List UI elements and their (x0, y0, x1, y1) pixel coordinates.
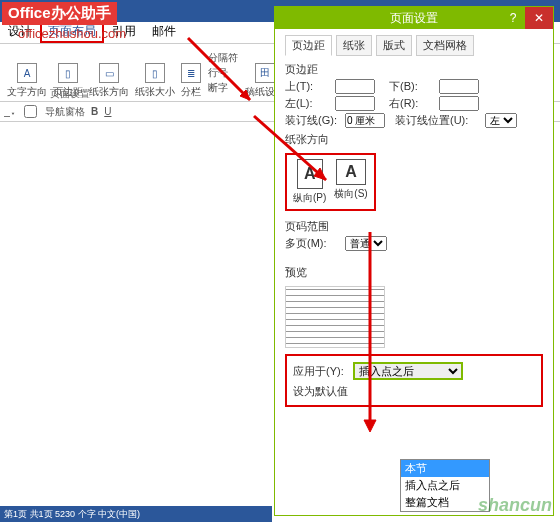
hyphenation-button[interactable]: 断字 (208, 81, 238, 95)
apply-option-whole-doc[interactable]: 整篇文档 (401, 494, 489, 511)
margins-icon: ▯ (58, 63, 78, 83)
columns-icon: ≣ (181, 63, 201, 83)
site-url: officezhushou.com (18, 26, 126, 41)
preview-label: 预览 (285, 265, 543, 280)
set-default-button[interactable]: 设为默认值 (293, 384, 348, 399)
dialog-titlebar: 页面设置 ? ✕ (275, 7, 553, 29)
dlg-tab-grid[interactable]: 文档网格 (416, 35, 474, 56)
dlg-tab-paper[interactable]: 纸张 (336, 35, 372, 56)
bottom-input[interactable] (439, 79, 479, 94)
landscape-icon: A (336, 159, 366, 185)
size-button[interactable]: ▯纸张大小 (132, 46, 178, 99)
nav-pane-label: 导航窗格 (45, 105, 85, 119)
watermark-text: shancun (478, 495, 552, 516)
dlg-tab-layout[interactable]: 版式 (376, 35, 412, 56)
right-input[interactable] (439, 96, 479, 111)
apply-option-this-section[interactable]: 本节 (401, 460, 489, 477)
dialog-title-text: 页面设置 (390, 10, 438, 27)
orientation-button[interactable]: ▭纸张方向 (86, 46, 132, 99)
apply-to-label: 应用于(Y): (293, 364, 349, 379)
gutter-label: 装订线(G): (285, 113, 341, 128)
dialog-help-button[interactable]: ? (503, 7, 523, 29)
text-direction-icon: A (17, 63, 37, 83)
gutter-pos-select[interactable]: 左 (485, 113, 517, 128)
word-status-bar: 第1页 共1页 5230 个字 中文(中国) (0, 506, 272, 522)
orientation-icon: ▭ (99, 63, 119, 83)
apply-to-select[interactable]: 插入点之后 (353, 362, 463, 380)
orientation-section-label: 纸张方向 (285, 132, 543, 147)
qat-dropdown-icon[interactable]: ⎯▾ (4, 106, 16, 117)
multipage-label: 多页(M): (285, 236, 341, 251)
portrait-icon: A (297, 159, 323, 189)
orientation-group: A纵向(P) A横向(S) (285, 153, 376, 211)
right-label: 右(R): (389, 96, 435, 111)
breaks-button[interactable]: 分隔符 (208, 51, 238, 65)
bold-button[interactable]: B (91, 106, 98, 117)
dialog-close-button[interactable]: ✕ (525, 7, 553, 29)
page-setup-dialog: 页面设置 ? ✕ 页边距 纸张 版式 文档网格 页边距 上(T):下(B): 左… (274, 6, 554, 516)
bottom-label: 下(B): (389, 79, 435, 94)
tab-mailings[interactable]: 邮件 (144, 20, 184, 43)
dlg-tab-margins[interactable]: 页边距 (285, 35, 332, 56)
margins-section-label: 页边距 (285, 62, 543, 77)
manuscript-icon: 田 (255, 63, 275, 83)
underline-button[interactable]: U (104, 106, 111, 117)
apply-to-area: 应用于(Y): 插入点之后 设为默认值 (285, 354, 543, 407)
page-range-label: 页码范围 (285, 219, 543, 234)
left-label: 左(L): (285, 96, 331, 111)
size-icon: ▯ (145, 63, 165, 83)
dialog-tabs: 页边距 纸张 版式 文档网格 (285, 35, 543, 56)
left-input[interactable] (335, 96, 375, 111)
preview-pane (285, 286, 385, 348)
top-label: 上(T): (285, 79, 331, 94)
gutter-pos-label: 装订线位置(U): (395, 113, 481, 128)
gutter-input[interactable] (345, 113, 385, 128)
portrait-option[interactable]: A纵向(P) (293, 159, 326, 205)
columns-button[interactable]: ≣分栏 (178, 46, 204, 99)
line-numbers-button[interactable]: 行号 (208, 66, 238, 80)
nav-pane-checkbox[interactable] (24, 105, 37, 118)
text-direction-button[interactable]: A文字方向 (4, 46, 50, 99)
landscape-option[interactable]: A横向(S) (334, 159, 367, 205)
multipage-select[interactable]: 普通 (345, 236, 387, 251)
apply-to-dropdown-list: 本节 插入点之后 整篇文档 (400, 459, 490, 512)
page-setup-group-label: 页面设置 (50, 87, 90, 101)
office-badge: Office办公助手 (2, 2, 117, 25)
top-input[interactable] (335, 79, 375, 94)
apply-option-after-insert[interactable]: 插入点之后 (401, 477, 489, 494)
